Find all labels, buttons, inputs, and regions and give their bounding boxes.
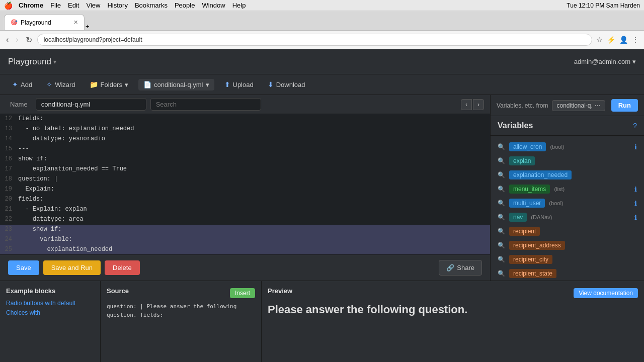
variable-tag[interactable]: recipient_address [509,241,565,250]
code-line[interactable]: 23 show if: [0,225,490,235]
tab-close-icon[interactable]: ✕ [73,19,78,26]
search-input[interactable] [150,98,261,111]
source-code: question: | Please answer the following … [107,303,255,319]
variable-tag[interactable]: multi_user [509,199,545,208]
upload-button[interactable]: ⬆ Upload [220,78,258,90]
variable-info-icon[interactable]: ℹ [634,186,637,193]
name-input[interactable] [36,98,146,111]
code-line[interactable]: 14 datatype: yesnoradio [0,134,490,144]
variables-from-badge[interactable]: conditional-q. ⋯ [552,100,605,111]
back-button[interactable]: ‹ [4,34,11,45]
save-and-run-button[interactable]: Save and Run [43,260,101,275]
tab-favicon-icon: 🎯 [11,19,18,26]
variable-tag[interactable]: nav [509,213,527,222]
example-link-choices[interactable]: Choices with [6,308,94,318]
source-title: Source [107,287,129,295]
folders-button[interactable]: 📁 Folders ▾ [86,78,132,90]
variable-tag[interactable]: recipient_city [509,255,552,264]
new-tab-button[interactable]: + [86,23,90,30]
variable-info-icon[interactable]: ℹ [634,143,637,151]
menu-chrome[interactable]: Chrome [19,2,43,9]
download-button[interactable]: ⬇ Download [264,78,309,90]
variable-item: 🔍recipient_city [491,252,644,266]
forward-button[interactable]: › [14,34,20,45]
menu-bookmarks[interactable]: Bookmarks [135,2,168,9]
add-button[interactable]: ✦ Add [8,78,36,90]
next-arrow-button[interactable]: › [473,99,484,110]
extensions-icon[interactable]: ⚡ [606,35,616,45]
help-icon[interactable]: ? [633,122,637,130]
code-line[interactable]: 20fields: [0,195,490,205]
code-line[interactable]: 15--- [0,144,490,154]
variable-search-icon: 🔍 [498,214,505,221]
menu-view[interactable]: View [86,2,100,9]
app-title: Playground ▾ [8,57,56,67]
menu-icon[interactable]: ⋮ [631,35,640,45]
run-button[interactable]: Run [611,99,638,112]
upload-label: Upload [233,81,254,88]
code-line[interactable]: 16show if: [0,154,490,164]
code-line[interactable]: 18question: | [0,174,490,185]
menu-people[interactable]: People [175,2,195,9]
url-bar[interactable]: localhost/playground?project=default [37,34,592,46]
code-editor[interactable]: 12fields:13 - no label: explanation_need… [0,114,490,254]
variable-tag[interactable]: allow_cron [509,142,546,151]
code-line[interactable]: 13 - no label: explanation_needed [0,124,490,134]
example-link-radio[interactable]: Radio buttons with default [6,299,94,308]
variable-search-icon: 🔍 [498,143,505,150]
variables-header-bar: Variables, etc. from conditional-q. ⋯ Ru… [491,95,644,116]
variable-info-icon[interactable]: ℹ [634,214,637,221]
prev-arrow-button[interactable]: ‹ [461,99,472,110]
file-icon: 📄 [143,81,151,88]
variable-tag[interactable]: explan [509,156,535,165]
main-area: Name ‹ › 12fields:13 - no label: explana… [0,95,644,281]
browser-toolbar: ‹ › ↻ localhost/playground?project=defau… [0,31,644,49]
menu-file[interactable]: File [50,2,61,9]
code-line[interactable]: 21 - Explain: explan [0,205,490,215]
code-line[interactable]: 25 explanation_needed [0,245,490,254]
file-name: conditional-q.yml [154,81,203,88]
menu-history[interactable]: History [107,2,127,9]
save-button[interactable]: Save [8,260,39,275]
line-number: 23 [0,225,18,234]
reload-button[interactable]: ↻ [24,34,34,46]
app-header: Playground ▾ admin@admin.com ▾ [0,49,644,74]
active-tab[interactable]: 🎯 Playground ✕ [4,14,85,30]
variable-item: 🔍recipient_state [491,266,644,281]
user-email: admin@admin.com [574,58,630,65]
variable-tag[interactable]: explanation_needed [509,170,572,179]
profile-icon[interactable]: 👤 [618,35,629,45]
menu-help[interactable]: Help [232,2,246,9]
variable-info-icon[interactable]: ℹ [634,200,637,207]
line-number: 24 [0,235,18,244]
view-documentation-button[interactable]: View documentation [574,288,638,298]
insert-button[interactable]: Insert [230,288,255,298]
code-line[interactable]: 22 datatype: area [0,215,490,225]
variable-tag[interactable]: recipient [509,227,540,236]
browser-icons: ☆ ⚡ 👤 ⋮ [595,35,640,45]
variable-search-icon: 🔍 [498,171,505,178]
variable-tag[interactable]: recipient_state [509,269,556,278]
code-line[interactable]: 17 explanation_needed == True [0,164,490,174]
variable-type: (DANav) [531,214,552,220]
file-tab[interactable]: 📄 conditional-q.yml ▾ [138,79,214,90]
code-line[interactable]: 19 Explain: [0,185,490,195]
line-content: datatype: area [18,215,490,224]
menu-window[interactable]: Window [202,2,225,9]
menu-edit[interactable]: Edit [68,2,79,9]
share-button[interactable]: 🔗 Share [439,260,482,276]
variable-tag[interactable]: menu_items [509,185,550,194]
user-menu[interactable]: admin@admin.com ▾ [574,58,636,65]
variable-search-icon: 🔍 [498,256,505,263]
bookmark-icon[interactable]: ☆ [595,35,604,45]
folders-chevron-icon: ▾ [125,81,128,88]
source-header: Source Insert [107,287,255,299]
code-line[interactable]: 24 variable: [0,235,490,245]
line-number: 17 [0,164,18,174]
variables-title: Variables [498,121,533,130]
variables-file-name: conditional-q. [556,102,592,109]
code-line[interactable]: 12fields: [0,114,490,124]
delete-button[interactable]: Delete [105,260,140,275]
line-content: explanation_needed == True [18,164,490,174]
wizard-button[interactable]: ✧ Wizard [42,78,79,90]
